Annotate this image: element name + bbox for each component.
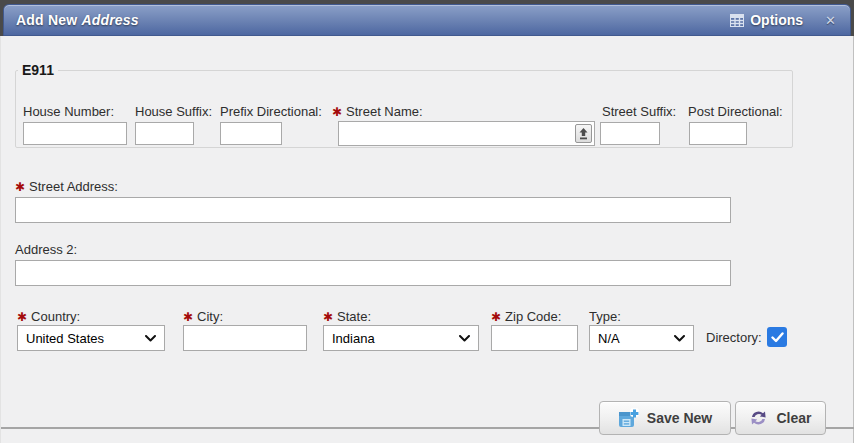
- e911-fieldset: E911 House Number: House Suffix: Prefix …: [15, 62, 793, 148]
- state-select[interactable]: Indiana: [323, 325, 479, 351]
- street-name-combo: [338, 121, 595, 146]
- country-value: United States: [18, 331, 145, 346]
- street-suffix-label: Street Suffix:: [602, 104, 676, 119]
- required-marker: ✱: [332, 105, 342, 119]
- check-icon: [771, 332, 784, 343]
- dialog-body: E911 House Number: House Suffix: Prefix …: [0, 36, 854, 443]
- type-select[interactable]: N/A: [589, 325, 694, 351]
- street-address-input[interactable]: [15, 197, 731, 223]
- e911-legend: E911: [18, 62, 58, 78]
- prefix-directional-input[interactable]: [220, 122, 282, 145]
- chevron-down-icon: [459, 335, 470, 342]
- save-new-label: Save New: [647, 410, 712, 426]
- save-new-button[interactable]: Save New: [599, 401, 731, 435]
- address2-label: Address 2:: [15, 242, 77, 257]
- required-marker: ✱: [15, 180, 25, 194]
- street-name-lookup-button[interactable]: [575, 124, 592, 143]
- required-marker: ✱: [323, 310, 333, 324]
- house-suffix-label: House Suffix:: [135, 104, 212, 119]
- screen: Add New Address Options ✕ E911 House Num…: [0, 0, 854, 443]
- refresh-icon: [749, 409, 768, 427]
- street-name-label: ✱Street Name:: [332, 104, 423, 119]
- directory-checkbox[interactable]: [767, 327, 787, 347]
- options-button[interactable]: Options: [730, 12, 803, 28]
- prefix-directional-label: Prefix Directional:: [220, 104, 322, 119]
- type-label: Type:: [589, 309, 621, 324]
- house-number-input[interactable]: [23, 122, 127, 145]
- save-plus-icon: [618, 408, 639, 429]
- address2-input[interactable]: [15, 260, 731, 286]
- dialog-title: Add New Address: [16, 12, 139, 28]
- table-icon: [730, 14, 744, 27]
- country-label: ✱Country:: [17, 309, 80, 324]
- city-label: ✱City:: [183, 309, 223, 324]
- state-value: Indiana: [324, 331, 459, 346]
- directory-label: Directory:: [706, 330, 762, 345]
- options-label: Options: [750, 12, 803, 28]
- chevron-down-icon: [145, 335, 156, 342]
- country-select[interactable]: United States: [17, 325, 165, 351]
- house-suffix-input[interactable]: [135, 122, 194, 145]
- close-icon[interactable]: ✕: [825, 14, 836, 27]
- clear-label: Clear: [776, 410, 811, 426]
- type-value: N/A: [590, 331, 674, 346]
- post-directional-label: Post Directional:: [688, 104, 783, 119]
- zip-code-input[interactable]: [491, 325, 578, 351]
- post-directional-input[interactable]: [689, 122, 747, 145]
- street-suffix-input[interactable]: [600, 122, 660, 145]
- city-input[interactable]: [183, 325, 307, 351]
- required-marker: ✱: [183, 310, 193, 324]
- chevron-down-icon: [674, 335, 685, 342]
- dialog-title-emphasis: Address: [81, 12, 138, 28]
- house-number-label: House Number:: [23, 104, 114, 119]
- street-name-input[interactable]: [339, 122, 575, 145]
- state-label: ✱State:: [323, 309, 371, 324]
- street-address-label: ✱Street Address:: [15, 179, 118, 194]
- zip-code-label: ✱Zip Code:: [491, 309, 561, 324]
- required-marker: ✱: [491, 310, 501, 324]
- dialog-titlebar: Add New Address Options ✕: [3, 4, 851, 36]
- arrow-up-icon: [579, 128, 588, 140]
- required-marker: ✱: [17, 310, 27, 324]
- clear-button[interactable]: Clear: [735, 401, 826, 435]
